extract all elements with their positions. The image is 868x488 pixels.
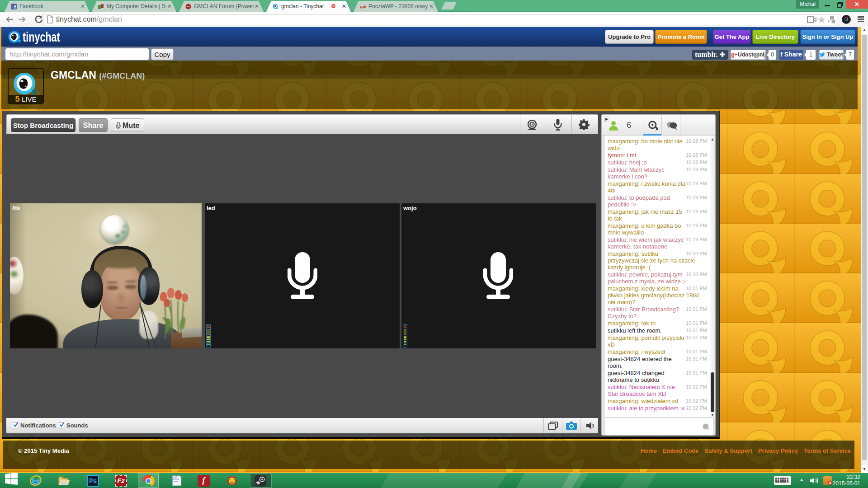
svg-text:w: w xyxy=(360,4,363,9)
svg-text:f: f xyxy=(14,5,16,10)
